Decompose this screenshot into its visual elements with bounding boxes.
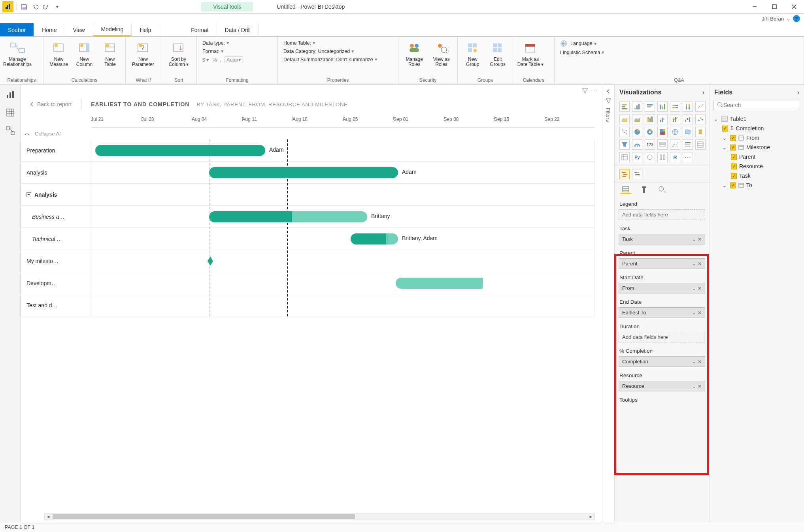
scroll-right-icon[interactable]: ► [587, 514, 595, 519]
format-dropdown[interactable]: Format:▾ [202, 48, 243, 54]
fields-search-input[interactable] [723, 102, 796, 108]
chevron-right-icon[interactable]: › [797, 89, 799, 96]
task-group-row[interactable]: −Analysis [21, 184, 595, 206]
checkbox-checked-icon[interactable]: ✓ [730, 135, 736, 141]
task-row[interactable]: Business a… Brittany [21, 206, 595, 228]
viz-pie-icon[interactable] [632, 127, 642, 137]
collapse-group-icon[interactable]: − [26, 192, 31, 197]
viz-ribbon-icon[interactable] [645, 114, 655, 124]
field-from[interactable]: ⌄✓From [713, 133, 800, 143]
new-parameter-button[interactable]: ?NewParameter [128, 38, 158, 69]
checkbox-checked-icon[interactable]: ✓ [731, 173, 737, 179]
currency-format-button[interactable]: $ ▾ [202, 57, 209, 63]
task-row[interactable]: My milesto… [21, 250, 595, 272]
manage-relationships-button[interactable]: ManageRelationships [2, 38, 32, 69]
tab-format[interactable]: Format [183, 23, 217, 36]
field-completion[interactable]: ✓ΣCompletion [713, 124, 800, 133]
window-close[interactable] [784, 0, 804, 14]
viz-table-icon[interactable] [695, 139, 706, 150]
field-task[interactable]: ✓Task [713, 171, 800, 180]
viz-100-stacked-column-icon[interactable] [683, 102, 693, 112]
decimal-places-input[interactable]: Autor ▾ [225, 56, 243, 63]
fields-tab-icon[interactable] [620, 185, 631, 194]
viz-slicer-icon[interactable] [683, 139, 693, 150]
viz-scatter-icon[interactable] [695, 114, 706, 124]
model-view-icon[interactable] [5, 125, 16, 136]
percent-format-button[interactable]: % [212, 57, 217, 63]
collapse-all-button[interactable]: ︿ Collapse All [21, 128, 595, 139]
viz-waterfall-icon[interactable] [683, 114, 693, 124]
well-completion[interactable]: Completion⌄✕ [619, 356, 705, 367]
back-to-report-link[interactable]: Back to report [29, 101, 72, 107]
chevron-down-icon[interactable]: ⌄ [722, 135, 728, 141]
viz-stacked-column-icon[interactable] [645, 102, 655, 112]
scroll-left-icon[interactable]: ◄ [45, 514, 52, 519]
chevron-down-icon[interactable]: ⌄ [722, 144, 728, 150]
remove-field-icon[interactable]: ✕ [698, 261, 702, 267]
viz-combo2-icon[interactable] [670, 114, 680, 124]
new-table-button[interactable]: NewTable [97, 38, 123, 69]
task-row[interactable]: Technical … Brittany, Adam [21, 228, 595, 250]
tab-help[interactable]: Help [132, 23, 159, 36]
viz-map-icon[interactable] [670, 127, 680, 137]
tab-file[interactable]: Soubor [0, 23, 34, 36]
qat-customize-icon[interactable]: ▾ [53, 2, 62, 11]
new-group-button[interactable]: NewGroup [460, 38, 485, 69]
viz-area-icon[interactable] [619, 114, 630, 124]
viz-scatter2-icon[interactable] [619, 127, 630, 137]
chevron-down-icon[interactable]: ⌄ [692, 359, 696, 365]
remove-field-icon[interactable]: ✕ [698, 310, 702, 316]
viz-python-icon[interactable]: Py [632, 152, 642, 162]
viz-arcgis-icon[interactable] [645, 152, 655, 162]
viz-shape-map-icon[interactable] [695, 127, 706, 137]
save-icon[interactable] [19, 2, 29, 11]
remove-field-icon[interactable]: ✕ [698, 286, 702, 291]
viz-clustered-column-icon[interactable] [657, 102, 668, 112]
checkbox-checked-icon[interactable]: ✓ [722, 126, 728, 132]
checkbox-checked-icon[interactable]: ✓ [731, 154, 737, 160]
remove-field-icon[interactable]: ✕ [698, 383, 702, 389]
report-view-icon[interactable] [5, 89, 16, 100]
viz-matrix-icon[interactable] [619, 152, 630, 162]
horizontal-scrollbar[interactable]: ◄ ► [44, 513, 595, 520]
well-resource[interactable]: Resource⌄✕ [619, 381, 705, 391]
field-milestone[interactable]: ⌄✓Milestone [713, 143, 800, 152]
visual-filter-icon[interactable] [581, 87, 589, 94]
well-end-date[interactable]: Earliest To⌄✕ [619, 307, 705, 318]
view-as-roles-button[interactable]: View asRoles [428, 38, 455, 69]
default-summarization-dropdown[interactable]: Default Summarization: Don't summarize▾ [283, 56, 377, 62]
gantt-chart[interactable]: Jul 21Jul 28 Aug 04Aug 11 Aug 18Aug 25 S… [21, 117, 602, 511]
checkbox-checked-icon[interactable]: ✓ [730, 182, 736, 188]
well-parent[interactable]: Parent⌄✕ [619, 258, 705, 269]
viz-stacked-bar-icon[interactable] [619, 102, 630, 112]
visual-options-icon[interactable]: ··· [591, 87, 598, 94]
task-row[interactable]: Preparation Adam [21, 139, 595, 162]
well-start-date[interactable]: From⌄✕ [619, 283, 705, 293]
remove-field-icon[interactable]: ✕ [698, 237, 702, 242]
viz-gauge-icon[interactable] [632, 139, 642, 150]
task-row[interactable]: Developm… [21, 272, 595, 294]
viz-100-stacked-bar-icon[interactable] [670, 102, 680, 112]
viz-clustered-bar-icon[interactable] [632, 102, 642, 112]
sort-by-column-button[interactable]: Sort byColumn ▾ [164, 38, 194, 69]
field-resource[interactable]: ✓Resource [713, 162, 800, 171]
task-row[interactable]: Analysis Adam [21, 162, 595, 184]
checkbox-checked-icon[interactable]: ✓ [731, 164, 737, 169]
field-parent[interactable]: ✓Parent [713, 152, 800, 162]
window-maximize[interactable] [764, 0, 784, 14]
linguistic-schema-dropdown[interactable]: Linguistic Schema ▾ [560, 49, 604, 55]
tab-home[interactable]: Home [34, 23, 65, 36]
language-dropdown[interactable]: Language ▾ [560, 40, 604, 47]
viz-funnel-icon[interactable] [619, 139, 630, 150]
tab-data-drill[interactable]: Data / Drill [217, 23, 259, 36]
chevron-down-icon[interactable]: ⌄ [692, 310, 696, 316]
viz-custom-import-icon[interactable]: ⋯ [683, 152, 693, 162]
chevron-down-icon[interactable]: ⌄ [692, 261, 696, 267]
tab-modeling[interactable]: Modeling [93, 23, 132, 36]
well-task[interactable]: Task⌄✕ [619, 234, 705, 244]
viz-r-icon[interactable]: R [670, 152, 680, 162]
viz-combo-icon[interactable] [657, 114, 668, 124]
checkbox-checked-icon[interactable]: ✓ [730, 145, 736, 150]
data-view-icon[interactable] [5, 107, 16, 118]
chevron-down-icon[interactable]: ⌄ [692, 383, 696, 389]
